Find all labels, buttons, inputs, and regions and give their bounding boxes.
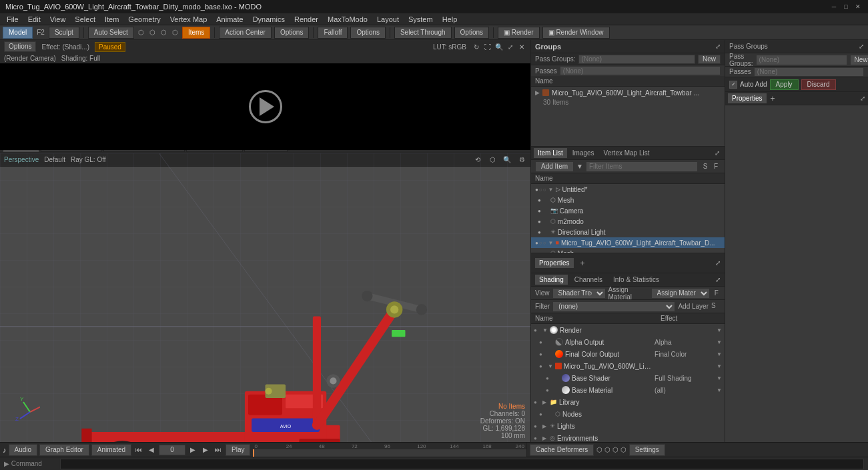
frame-input[interactable] bbox=[159, 445, 185, 455]
add-item-chevron[interactable]: ▼ bbox=[576, 163, 583, 170]
item-row-0[interactable]: ● ○ ○ ▼ ▷ Untitled* bbox=[531, 184, 725, 195]
shader-row-base-material[interactable]: ● Base Material (all) ▼ bbox=[531, 384, 725, 396]
shader-row-environments[interactable]: ● ▶ ◎ Environments bbox=[531, 432, 725, 442]
tab-info-statistics[interactable]: Info & Statistics bbox=[609, 275, 663, 285]
item-row-2[interactable]: ● 📷 Camera bbox=[531, 205, 725, 216]
prev-frame-btn[interactable]: ◀ bbox=[146, 445, 157, 455]
menu-maxtomodo[interactable]: MaxToModo bbox=[324, 15, 372, 24]
menu-dynamics[interactable]: Dynamics bbox=[249, 15, 289, 24]
preview-icon-2[interactable]: ⛶ bbox=[483, 42, 492, 51]
item-row-5[interactable]: ● ○ ○ ▼ ■ Micro_Tug_AVIO_600W_Light_Airc… bbox=[531, 237, 725, 248]
new-pass-group-btn[interactable]: New bbox=[850, 55, 868, 65]
tab-properties[interactable]: Properties bbox=[535, 258, 574, 268]
action-center-btn[interactable]: Action Center bbox=[219, 27, 272, 39]
pass-groups-field[interactable] bbox=[756, 55, 847, 65]
model-btn[interactable]: Model bbox=[3, 27, 33, 39]
menu-item[interactable]: Item bbox=[101, 15, 123, 24]
il-s-btn[interactable]: S bbox=[701, 162, 710, 171]
options-btn-1[interactable]: Options bbox=[274, 27, 309, 39]
falloff-btn[interactable]: Falloff bbox=[318, 27, 348, 39]
group-row-0[interactable]: ▶ Micro_Tug_AVIO_600W_Light_Aircraft_Tow… bbox=[531, 87, 725, 99]
assign-material-select[interactable]: Assign Material bbox=[651, 288, 710, 299]
shader-row-render[interactable]: ● ▼ Render ▼ bbox=[531, 324, 725, 336]
shader-tree-select[interactable]: Shader Tree bbox=[552, 288, 606, 299]
library-collapse[interactable]: ▶ bbox=[542, 399, 548, 405]
settings-btn[interactable]: Settings bbox=[629, 444, 665, 456]
icon-btn-4[interactable]: ⬡ bbox=[171, 29, 179, 36]
groups-ctrl-1[interactable]: ⤢ bbox=[715, 43, 721, 50]
shader-row-alpha[interactable]: ● Alpha Output Alpha ▼ bbox=[531, 336, 725, 348]
menu-layout[interactable]: Layout bbox=[373, 15, 403, 24]
render-btn[interactable]: ▣ Render bbox=[498, 27, 540, 39]
add-item-btn[interactable]: Add Item bbox=[535, 161, 574, 172]
command-input[interactable] bbox=[60, 459, 864, 469]
tab-vertex-map-list[interactable]: Vertex Map List bbox=[600, 148, 654, 158]
icon-btn-1[interactable]: ⬡ bbox=[137, 29, 145, 36]
preview-icon-5[interactable]: ✕ bbox=[517, 42, 526, 51]
discard-btn[interactable]: Discard bbox=[801, 79, 836, 90]
auto-select-btn[interactable]: Auto Select bbox=[88, 27, 134, 39]
items-btn[interactable]: Items bbox=[182, 27, 210, 39]
filter-items-input[interactable] bbox=[586, 161, 698, 172]
render-window-btn[interactable]: ▣ Render Window bbox=[542, 27, 610, 39]
far-right-properties-tab[interactable]: Properties bbox=[728, 93, 767, 103]
audio-btn[interactable]: Audio bbox=[9, 444, 38, 456]
menu-animate[interactable]: Animate bbox=[212, 15, 247, 24]
add-props-btn[interactable]: + bbox=[580, 259, 585, 268]
il-f-btn[interactable]: F bbox=[711, 162, 721, 171]
close-btn[interactable]: ✕ bbox=[853, 2, 863, 11]
playhead[interactable] bbox=[253, 449, 254, 457]
select-through-btn[interactable]: Select Through bbox=[394, 27, 452, 39]
shader-ctrl-expand[interactable]: ⤢ bbox=[715, 276, 721, 283]
options-btn-2[interactable]: Options bbox=[350, 27, 385, 39]
render-collapse[interactable]: ▼ bbox=[542, 327, 548, 333]
sculpt-btn[interactable]: Sculpt bbox=[49, 27, 79, 39]
menu-system[interactable]: System bbox=[404, 15, 437, 24]
timeline-bar[interactable] bbox=[253, 449, 526, 457]
item-row-3[interactable]: ● ⬡ m2modo bbox=[531, 216, 725, 227]
apply-btn[interactable]: Apply bbox=[770, 79, 799, 90]
preview-options-btn[interactable]: Options bbox=[4, 41, 36, 52]
menu-render[interactable]: Render bbox=[290, 15, 322, 24]
tab-images[interactable]: Images bbox=[568, 148, 598, 158]
micro-tug-collapse[interactable]: ▼ bbox=[548, 363, 553, 369]
auto-add-checkbox[interactable]: ✓ bbox=[729, 81, 737, 89]
3d-viewport[interactable]: Perspective Default Ray GL: Off ⟲ ⬡ 🔍 ⚙ bbox=[0, 153, 530, 442]
far-right-expand[interactable]: ⤢ bbox=[860, 95, 865, 102]
add-layer-s-btn[interactable]: S bbox=[711, 302, 721, 311]
play-tl-btn[interactable]: Play bbox=[226, 444, 250, 456]
menu-view[interactable]: View bbox=[46, 15, 70, 24]
icon-btn-3[interactable]: ⬡ bbox=[159, 29, 168, 36]
far-right-add-btn[interactable]: + bbox=[771, 94, 775, 103]
menu-file[interactable]: File bbox=[3, 15, 23, 24]
next-skip-btn[interactable]: ⏭ bbox=[213, 445, 224, 455]
environments-collapse[interactable]: ▶ bbox=[542, 435, 548, 441]
lights-collapse[interactable]: ▶ bbox=[542, 423, 548, 429]
play-btn-tl[interactable]: ▶ bbox=[187, 445, 198, 455]
shader-row-lights[interactable]: ● ▶ ☀ Lights bbox=[531, 420, 725, 432]
window-controls[interactable]: ─ □ ✕ bbox=[829, 2, 863, 11]
minimize-btn[interactable]: ─ bbox=[829, 2, 839, 11]
tab-item-list[interactable]: Item List bbox=[534, 148, 567, 158]
passes-inner-field[interactable] bbox=[754, 67, 864, 77]
passes-input[interactable] bbox=[560, 66, 721, 75]
prev-skip-btn[interactable]: ⏮ bbox=[133, 445, 144, 455]
cache-deformers-btn[interactable]: Cache Deformers bbox=[530, 444, 594, 456]
maximize-btn[interactable]: □ bbox=[841, 2, 851, 11]
preview-icon-1[interactable]: ↻ bbox=[472, 42, 481, 51]
options-btn-3[interactable]: Options bbox=[454, 27, 489, 39]
pass-groups-input[interactable] bbox=[578, 55, 695, 64]
preview-icon-3[interactable]: 🔍 bbox=[494, 42, 504, 51]
item-row-4[interactable]: ● ☀ Directional Light bbox=[531, 227, 725, 237]
menu-vertex-map[interactable]: Vertex Map bbox=[166, 15, 211, 24]
props-ctrl-expand[interactable]: ⤢ bbox=[715, 259, 721, 267]
pass-groups-expand[interactable]: ⤢ bbox=[859, 43, 864, 50]
preview-viewport[interactable] bbox=[0, 63, 530, 150]
preview-icon-4[interactable]: ⤢ bbox=[506, 42, 515, 51]
item-row-1[interactable]: ● ⬡ Mesh bbox=[531, 195, 725, 205]
shader-row-final-color[interactable]: ● Final Color Output Final Color ▼ bbox=[531, 348, 725, 360]
collapse-5[interactable]: ▼ bbox=[548, 240, 554, 246]
animated-btn[interactable]: Animated bbox=[91, 444, 131, 456]
play-button[interactable] bbox=[249, 90, 282, 123]
tab-channels[interactable]: Channels bbox=[570, 275, 606, 285]
